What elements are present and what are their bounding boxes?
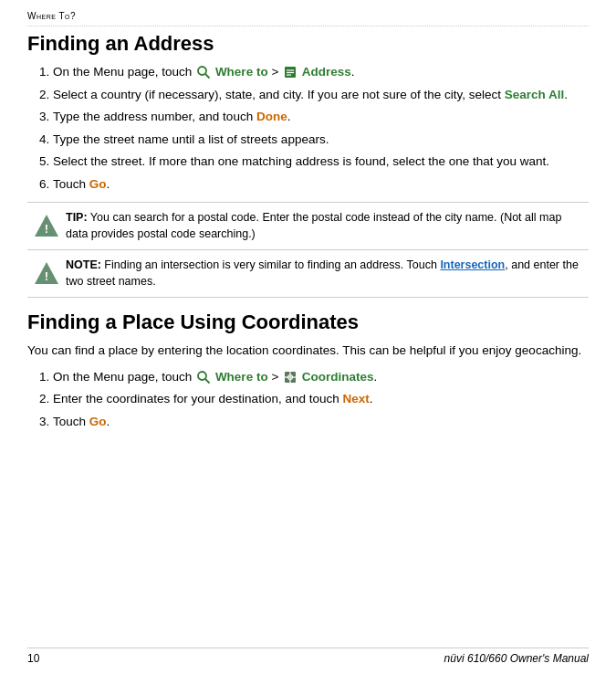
section2-heading: Finding a Place Using Coordinates bbox=[27, 311, 589, 334]
note-icon-area: ! bbox=[33, 258, 66, 287]
coordinates-link[interactable]: Coordinates bbox=[302, 370, 374, 384]
go-link-2[interactable]: Go bbox=[89, 415, 107, 428]
step-1-2: Select a country (if necessary), state, … bbox=[53, 86, 589, 104]
section2-description: You can find a place by entering the loc… bbox=[27, 342, 589, 360]
tip-text: TIP: You can search for a postal code. E… bbox=[66, 210, 583, 242]
search-all-link[interactable]: Search All bbox=[505, 88, 565, 101]
tip-body: You can search for a postal code. Enter … bbox=[66, 211, 561, 240]
step-1-1-after: . bbox=[351, 65, 355, 79]
search-icon-1 bbox=[196, 65, 211, 79]
done-link[interactable]: Done bbox=[256, 110, 287, 123]
step-2-1-before: On the Menu page, touch bbox=[53, 370, 195, 384]
footer-page-number: 10 bbox=[27, 652, 39, 665]
address-link-1[interactable]: Address bbox=[302, 65, 351, 79]
go-link-1[interactable]: Go bbox=[89, 177, 107, 191]
step-2-3-after: . bbox=[107, 415, 110, 428]
note-body: Finding an intersection is very similar … bbox=[101, 258, 440, 271]
separator-1: > bbox=[271, 65, 282, 79]
step-1-5: Select the street. If more than one matc… bbox=[53, 153, 589, 171]
step-1-4: Type the street name until a list of str… bbox=[53, 131, 589, 149]
step-1-1: On the Menu page, touch Where to > Addre… bbox=[53, 63, 589, 81]
step-2-1: On the Menu page, touch Where to > Coord… bbox=[53, 368, 589, 386]
section1-steps: On the Menu page, touch Where to > Addre… bbox=[27, 63, 589, 193]
section2-steps: On the Menu page, touch Where to > Coord… bbox=[27, 368, 589, 431]
step-2-2-after: . bbox=[370, 392, 373, 405]
step-1-6-after: . bbox=[107, 177, 110, 191]
coordinates-icon bbox=[283, 370, 298, 384]
page-container: Where To? Finding an Address On the Menu… bbox=[0, 0, 616, 674]
step-2-2-text: Enter the coordinates for your destinati… bbox=[53, 392, 342, 405]
svg-line-1 bbox=[205, 74, 209, 78]
step-1-3-text: Type the address number, and touch bbox=[53, 110, 256, 123]
step-1-6-text: Touch bbox=[53, 177, 89, 191]
tip-triangle-icon: ! bbox=[33, 212, 60, 239]
page-footer: 10 nüvi 610/660 Owner's Manual bbox=[27, 648, 589, 665]
note-box: ! NOTE: Finding an intersection is very … bbox=[27, 250, 589, 298]
where-to-link-2[interactable]: Where to bbox=[215, 370, 268, 384]
where-to-link-1[interactable]: Where to bbox=[215, 65, 268, 79]
address-icon-1 bbox=[283, 65, 298, 79]
step-1-2-text: Select a country (if necessary), state, … bbox=[53, 88, 505, 101]
next-link[interactable]: Next bbox=[342, 392, 369, 405]
step-1-3: Type the address number, and touch Done. bbox=[53, 108, 589, 126]
tip-box: ! TIP: You can search for a postal code.… bbox=[27, 202, 589, 250]
footer-manual-title: nüvi 610/660 Owner's Manual bbox=[444, 652, 589, 665]
tip-label: TIP: bbox=[66, 211, 88, 224]
note-text: NOTE: Finding an intersection is very si… bbox=[66, 258, 583, 290]
step-1-6: Touch Go. bbox=[53, 175, 589, 194]
svg-line-11 bbox=[205, 379, 209, 383]
section1-heading: Finding an Address bbox=[27, 32, 589, 56]
step-2-3: Touch Go. bbox=[53, 413, 589, 431]
step-1-2-after: . bbox=[564, 88, 568, 101]
page-header: Where To? bbox=[27, 7, 589, 26]
separator-2: > bbox=[271, 370, 282, 384]
step-1-1-before: On the Menu page, touch bbox=[53, 65, 195, 79]
step-1-4-text: Type the street name until a list of str… bbox=[53, 132, 329, 146]
step-1-5-text: Select the street. If more than one matc… bbox=[53, 154, 549, 168]
svg-text:!: ! bbox=[45, 222, 48, 236]
note-triangle-icon: ! bbox=[33, 259, 60, 287]
page-header-title: Where To? bbox=[27, 11, 76, 21]
intersection-link[interactable]: Intersection bbox=[440, 258, 505, 271]
tip-icon-area: ! bbox=[33, 210, 66, 239]
search-icon-2 bbox=[196, 370, 211, 384]
note-label: NOTE: bbox=[66, 258, 101, 271]
step-2-1-after: . bbox=[374, 370, 378, 384]
svg-text:!: ! bbox=[45, 269, 48, 283]
step-2-2: Enter the coordinates for your destinati… bbox=[53, 390, 589, 408]
step-2-3-text: Touch bbox=[53, 415, 89, 428]
step-1-3-after: . bbox=[287, 110, 291, 123]
